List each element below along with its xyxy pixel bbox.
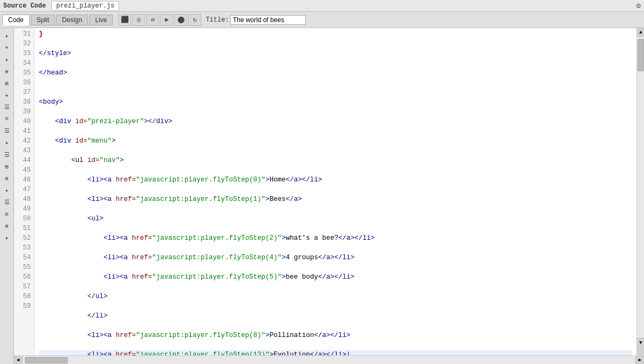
sidebar-icon-18[interactable]: ✦ xyxy=(2,232,12,243)
toolbar-icon-4[interactable]: ▶ xyxy=(160,14,173,26)
sidebar-icon-8[interactable]: ≡ xyxy=(2,113,12,124)
hscrollbar-left-button[interactable]: ◀ xyxy=(14,356,23,365)
sidebar-icon-7[interactable]: ☰ xyxy=(2,102,12,112)
scrollbar-corner xyxy=(637,347,644,355)
toolbar: Code Split Design Live ⬛ ◎ ⇄ ▶ ⬤ ↻ Title… xyxy=(0,12,644,28)
code-button[interactable]: Code xyxy=(2,15,30,25)
toolbar-icon-6[interactable]: ↻ xyxy=(188,14,201,26)
hscrollbar-right-button[interactable]: ▶ xyxy=(635,356,644,365)
sidebar-icon-12[interactable]: ⊞ xyxy=(2,161,12,172)
design-button[interactable]: Design xyxy=(56,15,88,25)
line-numbers: 31 32 33 34 35 36 37 38 39 40 41 42 43 4… xyxy=(14,28,35,355)
sidebar-icon-4[interactable]: ⊕ xyxy=(2,66,12,77)
title-label: Title: xyxy=(205,16,229,24)
filter-icon[interactable]: ⚙ xyxy=(636,1,641,10)
toolbar-icon-5[interactable]: ⬤ xyxy=(174,14,187,26)
top-bar-title: Source Code xyxy=(3,2,46,10)
top-bar: Source Code prezi_player.js ⚙ xyxy=(0,0,644,12)
main: ✦ ☀ ✦ ⊕ ⊞ ✦ ☰ ≡ ☰ ✦ ☰ ⊞ ⊕ ✦ ☰ ⊖ ⊕ ✦ 31 3… xyxy=(0,28,644,364)
split-button[interactable]: Split xyxy=(31,15,55,25)
scrollbar-up-button[interactable]: ▲ xyxy=(637,28,644,37)
sidebar-icon-9[interactable]: ☰ xyxy=(2,125,12,136)
sidebar-icon-3[interactable]: ✦ xyxy=(2,54,12,65)
scrollbar-down-button[interactable]: ▼ xyxy=(637,338,644,347)
scrollbar-thumb[interactable] xyxy=(638,39,644,71)
editor-area: 31 32 33 34 35 36 37 38 39 40 41 42 43 4… xyxy=(14,28,644,364)
toolbar-icon-2[interactable]: ◎ xyxy=(132,14,145,26)
sidebar-icon-16[interactable]: ⊖ xyxy=(2,208,12,219)
hscrollbar-thumb[interactable] xyxy=(25,357,68,363)
code-content[interactable]: } </style> </head> <body> <div id="prezi… xyxy=(35,28,636,355)
vertical-scrollbar[interactable]: ▲ ▼ xyxy=(636,28,644,355)
tab-filename[interactable]: prezi_player.js xyxy=(51,1,119,11)
code-container[interactable]: 31 32 33 34 35 36 37 38 39 40 41 42 43 4… xyxy=(14,28,644,355)
sidebar-icon-17[interactable]: ⊕ xyxy=(2,220,12,231)
horizontal-scrollbar[interactable]: ◀ ▶ xyxy=(14,355,644,364)
sidebar-icon-11[interactable]: ☰ xyxy=(2,149,12,160)
sidebar-icon-13[interactable]: ⊕ xyxy=(2,173,12,184)
toolbar-icon-1[interactable]: ⬛ xyxy=(118,14,131,26)
sidebar-icon-1[interactable]: ✦ xyxy=(2,30,12,41)
live-button[interactable]: Live xyxy=(89,15,113,25)
sidebar-icon-5[interactable]: ⊞ xyxy=(2,78,12,89)
title-input[interactable] xyxy=(230,15,306,25)
sidebar-icon-2[interactable]: ☀ xyxy=(2,42,12,53)
sidebar-icon-14[interactable]: ✦ xyxy=(2,185,12,196)
toolbar-icon-3[interactable]: ⇄ xyxy=(146,14,159,26)
sidebar-icon-15[interactable]: ☰ xyxy=(2,197,12,207)
sidebar: ✦ ☀ ✦ ⊕ ⊞ ✦ ☰ ≡ ☰ ✦ ☰ ⊞ ⊕ ✦ ☰ ⊖ ⊕ ✦ xyxy=(0,28,14,364)
sidebar-icon-10[interactable]: ✦ xyxy=(2,137,12,148)
sidebar-icon-6[interactable]: ✦ xyxy=(2,90,12,100)
